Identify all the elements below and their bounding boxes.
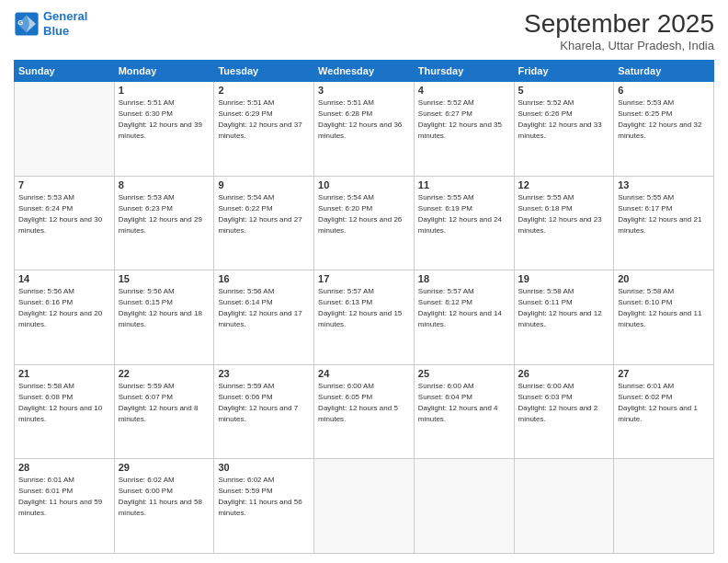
svg-text:G: G (17, 18, 23, 27)
day-number: 21 (18, 368, 110, 379)
calendar-cell: 21 Sunrise: 5:58 AM Sunset: 6:08 PM Dayl… (15, 364, 115, 459)
calendar-cell: 14 Sunrise: 5:56 AM Sunset: 6:16 PM Dayl… (15, 270, 115, 365)
calendar-cell: 10 Sunrise: 5:54 AM Sunset: 6:20 PM Dayl… (314, 176, 415, 270)
logo: G General Blue (14, 9, 87, 38)
logo-line2: Blue (43, 24, 69, 38)
day-info: Sunrise: 5:51 AM Sunset: 6:29 PM Dayligh… (218, 98, 310, 142)
day-info: Sunrise: 6:01 AM Sunset: 6:01 PM Dayligh… (18, 475, 110, 519)
calendar-cell: 19 Sunrise: 5:58 AM Sunset: 6:11 PM Dayl… (514, 270, 614, 365)
day-info: Sunrise: 6:00 AM Sunset: 6:05 PM Dayligh… (318, 381, 410, 425)
calendar-cell: 8 Sunrise: 5:53 AM Sunset: 6:23 PM Dayli… (114, 176, 214, 270)
page: G General Blue September 2025 Kharela, U… (0, 0, 728, 563)
day-number: 7 (18, 179, 110, 190)
day-number: 1 (119, 85, 210, 96)
title-area: September 2025 Kharela, Uttar Pradesh, I… (524, 9, 714, 52)
day-info: Sunrise: 5:58 AM Sunset: 6:10 PM Dayligh… (618, 286, 710, 330)
day-number: 24 (318, 368, 410, 379)
day-number: 26 (518, 368, 610, 379)
logo-icon: G (14, 11, 40, 37)
calendar-cell: 5 Sunrise: 5:52 AM Sunset: 6:26 PM Dayli… (514, 82, 614, 177)
calendar-cell: 17 Sunrise: 5:57 AM Sunset: 6:13 PM Dayl… (314, 270, 415, 365)
day-info: Sunrise: 5:56 AM Sunset: 6:14 PM Dayligh… (218, 286, 310, 330)
calendar-cell: 24 Sunrise: 6:00 AM Sunset: 6:05 PM Dayl… (314, 364, 415, 459)
calendar-cell: 16 Sunrise: 5:56 AM Sunset: 6:14 PM Dayl… (214, 270, 314, 365)
calendar-cell: 12 Sunrise: 5:55 AM Sunset: 6:18 PM Dayl… (514, 176, 614, 270)
day-info: Sunrise: 5:56 AM Sunset: 6:15 PM Dayligh… (119, 286, 210, 330)
day-info: Sunrise: 5:51 AM Sunset: 6:28 PM Dayligh… (318, 98, 410, 142)
calendar-header-row: SundayMondayTuesdayWednesdayThursdayFrid… (15, 61, 714, 82)
day-info: Sunrise: 5:55 AM Sunset: 6:18 PM Dayligh… (518, 192, 610, 236)
day-number: 19 (518, 273, 610, 284)
day-header-monday: Monday (114, 61, 214, 82)
day-info: Sunrise: 6:00 AM Sunset: 6:04 PM Dayligh… (418, 381, 510, 425)
day-number: 17 (318, 273, 410, 284)
day-info: Sunrise: 5:51 AM Sunset: 6:30 PM Dayligh… (119, 98, 210, 142)
calendar-cell (15, 82, 115, 177)
day-info: Sunrise: 5:58 AM Sunset: 6:11 PM Dayligh… (518, 286, 610, 330)
day-number: 22 (119, 368, 210, 379)
day-info: Sunrise: 5:56 AM Sunset: 6:16 PM Dayligh… (18, 286, 110, 330)
day-number: 23 (218, 368, 310, 379)
calendar-cell: 23 Sunrise: 5:59 AM Sunset: 6:06 PM Dayl… (214, 364, 314, 459)
calendar-cell: 20 Sunrise: 5:58 AM Sunset: 6:10 PM Dayl… (614, 270, 714, 365)
calendar-cell: 13 Sunrise: 5:55 AM Sunset: 6:17 PM Dayl… (614, 176, 714, 270)
calendar-cell: 22 Sunrise: 5:59 AM Sunset: 6:07 PM Dayl… (114, 364, 214, 459)
day-number: 18 (418, 273, 510, 284)
day-info: Sunrise: 6:01 AM Sunset: 6:02 PM Dayligh… (618, 381, 710, 425)
calendar-cell: 7 Sunrise: 5:53 AM Sunset: 6:24 PM Dayli… (15, 176, 115, 270)
calendar-cell: 28 Sunrise: 6:01 AM Sunset: 6:01 PM Dayl… (15, 459, 115, 554)
day-header-wednesday: Wednesday (314, 61, 415, 82)
day-info: Sunrise: 5:57 AM Sunset: 6:12 PM Dayligh… (418, 286, 510, 330)
day-number: 10 (318, 179, 410, 190)
day-number: 30 (218, 462, 310, 473)
calendar-cell: 29 Sunrise: 6:02 AM Sunset: 6:00 PM Dayl… (114, 459, 214, 554)
logo-line1: General (43, 9, 87, 23)
calendar-cell: 26 Sunrise: 6:00 AM Sunset: 6:03 PM Dayl… (514, 364, 614, 459)
day-number: 25 (418, 368, 510, 379)
logo-text: General Blue (43, 9, 87, 38)
day-header-friday: Friday (514, 61, 614, 82)
week-row-4: 21 Sunrise: 5:58 AM Sunset: 6:08 PM Dayl… (15, 364, 714, 459)
day-number: 13 (618, 179, 710, 190)
day-number: 4 (418, 85, 510, 96)
day-header-sunday: Sunday (15, 61, 115, 82)
day-info: Sunrise: 5:52 AM Sunset: 6:27 PM Dayligh… (418, 98, 510, 142)
day-info: Sunrise: 5:59 AM Sunset: 6:06 PM Dayligh… (218, 381, 310, 425)
calendar-cell: 25 Sunrise: 6:00 AM Sunset: 6:04 PM Dayl… (414, 364, 514, 459)
calendar-cell: 6 Sunrise: 5:53 AM Sunset: 6:25 PM Dayli… (614, 82, 714, 177)
day-info: Sunrise: 5:59 AM Sunset: 6:07 PM Dayligh… (119, 381, 210, 425)
day-info: Sunrise: 6:02 AM Sunset: 6:00 PM Dayligh… (119, 475, 210, 519)
day-info: Sunrise: 6:00 AM Sunset: 6:03 PM Dayligh… (518, 381, 610, 425)
calendar-cell: 2 Sunrise: 5:51 AM Sunset: 6:29 PM Dayli… (214, 82, 314, 177)
day-number: 28 (18, 462, 110, 473)
calendar-cell (514, 459, 614, 554)
day-number: 14 (18, 273, 110, 284)
calendar-cell: 15 Sunrise: 5:56 AM Sunset: 6:15 PM Dayl… (114, 270, 214, 365)
day-info: Sunrise: 5:58 AM Sunset: 6:08 PM Dayligh… (18, 381, 110, 425)
day-info: Sunrise: 5:55 AM Sunset: 6:19 PM Dayligh… (418, 192, 510, 236)
day-number: 11 (418, 179, 510, 190)
subtitle: Kharela, Uttar Pradesh, India (524, 39, 714, 52)
calendar-cell: 9 Sunrise: 5:54 AM Sunset: 6:22 PM Dayli… (214, 176, 314, 270)
day-info: Sunrise: 5:52 AM Sunset: 6:26 PM Dayligh… (518, 98, 610, 142)
day-info: Sunrise: 6:02 AM Sunset: 5:59 PM Dayligh… (218, 475, 310, 519)
calendar-cell (314, 459, 415, 554)
day-header-saturday: Saturday (614, 61, 714, 82)
day-info: Sunrise: 5:53 AM Sunset: 6:24 PM Dayligh… (18, 192, 110, 236)
day-number: 27 (618, 368, 710, 379)
day-number: 12 (518, 179, 610, 190)
calendar-cell (414, 459, 514, 554)
day-number: 3 (318, 85, 410, 96)
week-row-3: 14 Sunrise: 5:56 AM Sunset: 6:16 PM Dayl… (15, 270, 714, 365)
day-number: 8 (119, 179, 210, 190)
week-row-2: 7 Sunrise: 5:53 AM Sunset: 6:24 PM Dayli… (15, 176, 714, 270)
day-header-thursday: Thursday (414, 61, 514, 82)
header: G General Blue September 2025 Kharela, U… (14, 9, 714, 52)
day-number: 9 (218, 179, 310, 190)
day-info: Sunrise: 5:53 AM Sunset: 6:25 PM Dayligh… (618, 98, 710, 142)
calendar-cell: 27 Sunrise: 6:01 AM Sunset: 6:02 PM Dayl… (614, 364, 714, 459)
week-row-5: 28 Sunrise: 6:01 AM Sunset: 6:01 PM Dayl… (15, 459, 714, 554)
calendar-cell: 1 Sunrise: 5:51 AM Sunset: 6:30 PM Dayli… (114, 82, 214, 177)
day-info: Sunrise: 5:55 AM Sunset: 6:17 PM Dayligh… (618, 192, 710, 236)
calendar-cell (614, 459, 714, 554)
